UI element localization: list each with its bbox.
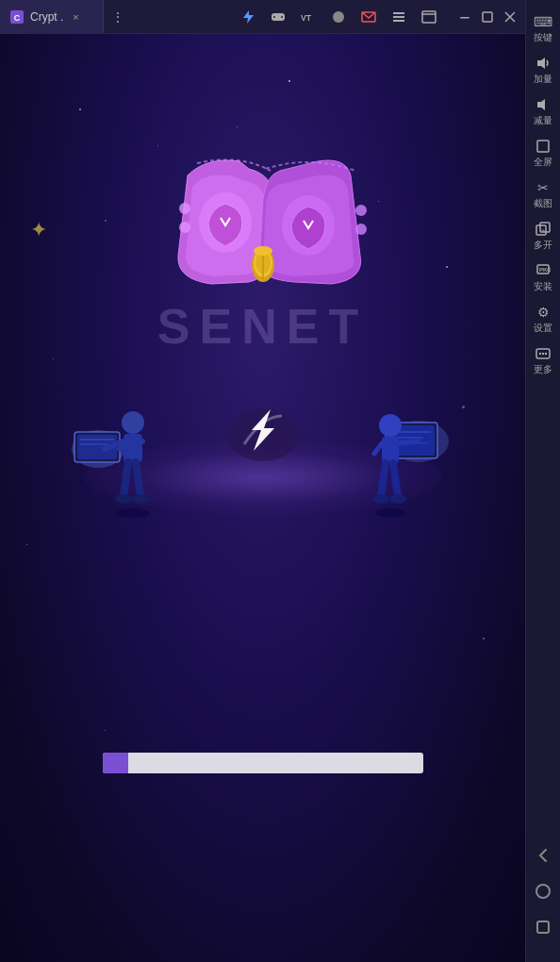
svg-point-39: [132, 494, 149, 504]
sidebar-item-multiopen[interactable]: + 多开: [526, 215, 560, 257]
svg-point-38: [115, 494, 132, 504]
wallet-illustration: [131, 91, 395, 317]
keyboard-icon: ⌨: [535, 13, 552, 30]
mail-icon[interactable]: [359, 8, 378, 26]
figure-left: [65, 373, 159, 524]
recent-icon: [533, 917, 553, 937]
svg-point-68: [545, 353, 547, 355]
title-bar: C Crypt . × ⋮ VT: [0, 0, 525, 34]
fullscreen-icon: [535, 138, 552, 155]
svg-rect-59: [537, 141, 549, 152]
maximize-button[interactable]: [480, 9, 495, 25]
multiopen-icon: +: [535, 221, 552, 238]
svg-line-51: [374, 443, 382, 454]
svg-point-6: [333, 11, 344, 23]
nav-home-button[interactable]: [526, 873, 560, 909]
svg-point-66: [539, 353, 541, 355]
svg-point-54: [372, 494, 389, 504]
svg-point-20: [355, 205, 367, 216]
svg-point-67: [542, 353, 544, 355]
close-button[interactable]: [502, 9, 518, 25]
sidebar-item-volume-down[interactable]: 减量: [526, 91, 560, 132]
menu-icon[interactable]: [389, 8, 408, 26]
sidebar-label-volume-down: 减量: [534, 115, 552, 126]
scissors-icon: ✂: [535, 179, 552, 196]
sidebar-label-more: 更多: [534, 364, 552, 375]
svg-point-69: [536, 885, 550, 898]
svg-rect-8: [393, 12, 404, 14]
svg-point-21: [355, 224, 367, 235]
minimize-button[interactable]: [457, 9, 472, 25]
svg-text:+: +: [541, 227, 545, 234]
app-content: ✦: [0, 34, 525, 962]
svg-line-37: [136, 462, 140, 496]
svg-line-52: [381, 463, 386, 496]
svg-rect-10: [393, 20, 404, 22]
sparkle-left-icon: ✦: [30, 218, 47, 242]
svg-rect-3: [273, 16, 275, 18]
svg-line-36: [124, 462, 128, 496]
tab-close-button[interactable]: ×: [73, 11, 78, 23]
logo-s-icon: [225, 392, 301, 468]
more-icon: [535, 345, 552, 362]
gamepad-icon[interactable]: [269, 8, 288, 26]
sidebar-item-volume-up[interactable]: 加量: [526, 49, 560, 91]
back-icon: [533, 845, 553, 866]
active-tab[interactable]: C Crypt . ×: [0, 0, 104, 33]
sidebar-label-screenshot: 截图: [534, 198, 552, 209]
tab-favicon: C: [9, 9, 25, 25]
svg-rect-70: [537, 921, 549, 933]
sidebar-label-install: 安装: [534, 281, 552, 292]
svg-point-56: [375, 508, 405, 518]
sidebar-label-volume-up: 加量: [534, 74, 552, 85]
svg-rect-13: [483, 12, 492, 22]
tab-menu-button[interactable]: ⋮: [104, 9, 132, 25]
svg-marker-57: [537, 58, 545, 69]
window-controls: [450, 9, 525, 25]
main-window: C Crypt . × ⋮ VT: [0, 0, 525, 962]
volume-down-icon: [535, 96, 552, 113]
sidebar-label-keyboard: 按键: [534, 32, 552, 43]
sidebar-label-settings: 设置: [534, 323, 552, 334]
svg-line-50: [399, 441, 419, 443]
svg-point-26: [254, 246, 272, 256]
svg-point-40: [116, 508, 150, 518]
sidebar-item-more[interactable]: 更多: [526, 340, 560, 381]
vt-icon[interactable]: VT: [299, 8, 318, 26]
sidebar-item-install[interactable]: PKG 安装: [526, 257, 560, 298]
bottom-nav: [526, 838, 560, 954]
svg-point-55: [389, 494, 406, 504]
svg-line-53: [393, 463, 398, 496]
settings-icon: ⚙: [535, 304, 552, 321]
circle-icon[interactable]: [329, 8, 348, 26]
nav-back-button[interactable]: [526, 838, 560, 873]
title-bar-icons: VT: [227, 8, 450, 26]
screenshot-icon[interactable]: [420, 8, 438, 26]
progress-bar-fill: [103, 753, 128, 773]
sidebar-item-settings[interactable]: ⚙ 设置: [526, 298, 560, 340]
svg-text:C: C: [14, 13, 21, 23]
svg-text:PKG: PKG: [539, 267, 551, 273]
sidebar-item-screenshot[interactable]: ✂ 截图: [526, 174, 560, 215]
svg-marker-58: [537, 99, 545, 110]
progress-bar-container: [103, 753, 423, 773]
svg-point-48: [379, 414, 402, 437]
svg-rect-4: [281, 16, 283, 18]
svg-point-18: [179, 222, 190, 233]
svg-rect-12: [460, 17, 469, 19]
svg-point-17: [179, 203, 190, 214]
install-icon: PKG: [535, 262, 552, 279]
sidebar-item-keyboard[interactable]: ⌨ 按键: [526, 8, 560, 49]
svg-point-32: [122, 411, 144, 434]
stage-area: [37, 326, 489, 534]
tab-area: C Crypt . × ⋮: [0, 0, 227, 33]
svg-rect-11: [422, 11, 436, 23]
svg-rect-49: [382, 437, 399, 463]
nav-recent-button[interactable]: [526, 909, 560, 945]
svg-text:VT: VT: [301, 13, 312, 23]
home-icon: [533, 881, 553, 902]
sidebar-label-multiopen: 多开: [534, 240, 552, 251]
sidebar-item-fullscreen[interactable]: 全屏: [526, 132, 560, 174]
progress-bar-background: [103, 753, 423, 773]
lightning-icon[interactable]: [239, 8, 257, 26]
